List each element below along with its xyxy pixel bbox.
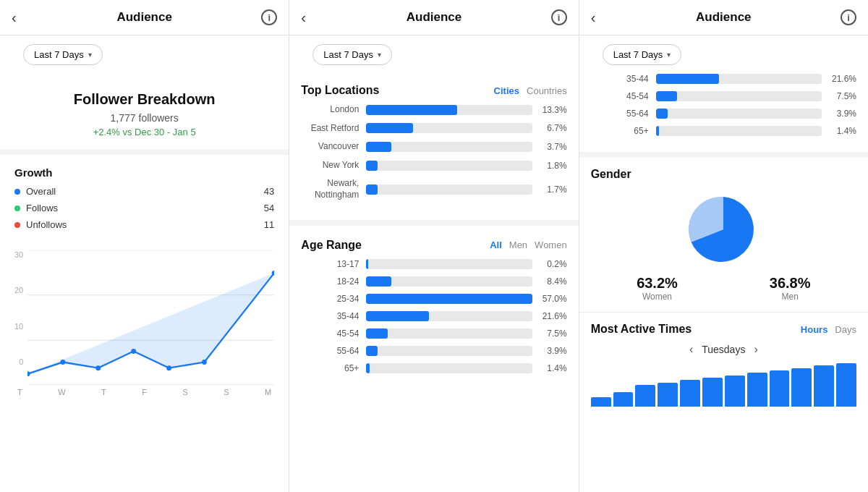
bar-fill xyxy=(366,259,367,269)
bar-track xyxy=(366,328,532,339)
age-tabs: All Men Women xyxy=(490,239,566,250)
hours-bar-chart xyxy=(591,363,856,407)
follower-change: +2.4% vs Dec 30 - Jan 5 xyxy=(14,127,274,137)
tab-women[interactable]: Women xyxy=(535,239,567,250)
svg-point-8 xyxy=(132,349,137,354)
hour-bar xyxy=(747,373,767,407)
bar-label: 45-54 xyxy=(591,91,649,101)
women-pct: 63.2% xyxy=(637,275,678,292)
tab-hours[interactable]: Hours xyxy=(801,324,828,335)
tab-cities[interactable]: Cities xyxy=(494,85,519,96)
panel-3-title: Audience xyxy=(696,10,752,25)
gender-labels: 63.2% Women 36.8% Men xyxy=(591,275,856,302)
tab-countries[interactable]: Countries xyxy=(527,85,567,96)
info-icon-2[interactable]: i xyxy=(551,9,567,25)
bar-label: Vancouver xyxy=(301,141,359,153)
growth-value: 11 xyxy=(264,219,274,230)
panel-2-title: Audience xyxy=(407,10,462,25)
date-dropdown-2[interactable]: Last 7 Days ▾ xyxy=(312,44,392,65)
men-label: Men xyxy=(770,292,811,302)
bar-track xyxy=(366,184,532,195)
bar-label: London xyxy=(301,104,359,116)
list-item: London 13.3% xyxy=(301,104,566,116)
tab-men[interactable]: Men xyxy=(509,239,527,250)
bar-fill xyxy=(656,74,719,84)
svg-point-9 xyxy=(166,365,171,370)
next-arrow[interactable]: › xyxy=(754,343,757,356)
bar-track xyxy=(366,142,532,152)
svg-point-7 xyxy=(96,365,101,370)
list-item: 35-44 21.6% xyxy=(591,74,856,84)
bar-label: 18-24 xyxy=(301,276,359,287)
hour-bar xyxy=(791,368,812,407)
age-bar-list-p3: 35-44 21.6% 45-54 7.5% 55-64 3.9% 65+ 1.… xyxy=(579,74,868,152)
bar-label: Newark,Nottingham xyxy=(301,178,359,200)
date-dropdown-1[interactable]: Last 7 Days ▾ xyxy=(23,44,103,65)
date-dropdown-3[interactable]: Last 7 Days ▾ xyxy=(603,44,682,65)
y-label-30: 30 xyxy=(14,250,23,259)
bar-pct: 7.5% xyxy=(827,91,856,101)
dropdown-label-2: Last 7 Days xyxy=(323,49,373,60)
tab-days[interactable]: Days xyxy=(835,324,856,335)
hour-bar xyxy=(658,383,678,407)
panel-2-header: ‹ Audience i xyxy=(289,0,578,35)
chart-section: 30 20 10 0 xyxy=(0,242,289,408)
chevron-down-icon-2: ▾ xyxy=(378,51,381,59)
bar-fill xyxy=(366,161,378,171)
bar-label: 55-64 xyxy=(591,109,649,119)
bar-pct: 6.7% xyxy=(538,123,567,133)
bar-pct: 57.0% xyxy=(538,294,567,304)
back-icon-3[interactable]: ‹ xyxy=(591,9,596,26)
bar-pct: 21.6% xyxy=(538,311,567,321)
bar-label: 45-54 xyxy=(301,328,359,339)
prev-arrow[interactable]: ‹ xyxy=(689,343,693,356)
hour-bar xyxy=(702,378,723,407)
list-item: Newark,Nottingham 1.7% xyxy=(301,178,566,200)
y-label-10: 10 xyxy=(14,322,23,331)
bar-pct: 0.2% xyxy=(538,259,567,269)
x-label-t1: T xyxy=(17,388,22,396)
growth-dot xyxy=(14,222,20,228)
pie-container: 63.2% Women 36.8% Men xyxy=(591,190,856,302)
info-icon-1[interactable]: i xyxy=(261,9,277,25)
svg-point-5 xyxy=(27,371,30,376)
panel-3-body: Last 7 Days ▾ 35-44 21.6% 45-54 7.5% 55-… xyxy=(579,35,868,492)
bar-pct: 3.9% xyxy=(538,346,567,356)
time-tabs: Hours Days xyxy=(801,324,856,335)
bar-label: 35-44 xyxy=(591,74,649,84)
info-icon-3[interactable]: i xyxy=(841,9,856,25)
bar-label: New York xyxy=(301,160,359,171)
bar-fill xyxy=(656,126,660,136)
bar-pct: 1.7% xyxy=(538,184,567,195)
bar-track xyxy=(656,126,822,136)
active-times-title: Most Active Times xyxy=(591,323,692,336)
follower-breakdown-title: Follower Breakdown xyxy=(14,91,274,108)
hour-bar xyxy=(770,370,790,407)
list-item: 18-24 8.4% xyxy=(301,276,566,287)
top-locations-header: Top Locations Cities Countries xyxy=(289,74,578,104)
bar-label: 13-17 xyxy=(301,259,359,269)
back-icon-1[interactable]: ‹ xyxy=(12,9,17,26)
list-item: 45-54 7.5% xyxy=(591,91,856,101)
tab-all[interactable]: All xyxy=(490,239,502,250)
women-label: Women xyxy=(637,292,678,302)
growth-row: Overall 43 xyxy=(14,186,274,197)
gender-men: 36.8% Men xyxy=(770,275,811,302)
bar-label: 65+ xyxy=(301,363,359,373)
growth-value: 43 xyxy=(264,186,274,197)
growth-row: Follows 54 xyxy=(14,203,274,213)
back-icon-2[interactable]: ‹ xyxy=(301,9,306,26)
top-locations-label: Top Locations xyxy=(301,84,379,97)
men-pct: 36.8% xyxy=(770,275,811,292)
bar-fill xyxy=(366,311,429,321)
hour-bar xyxy=(680,380,700,407)
y-label-20: 20 xyxy=(14,286,23,294)
bar-label: 25-34 xyxy=(301,294,359,304)
hour-bar xyxy=(814,365,834,407)
location-tabs: Cities Countries xyxy=(494,85,567,96)
active-times-section: Most Active Times Hours Days ‹ Tuesdays … xyxy=(579,312,868,414)
age-bar-list: 13-17 0.2% 18-24 8.4% 25-34 57.0% 35-44 … xyxy=(289,259,578,389)
bar-track xyxy=(366,259,532,269)
svg-point-10 xyxy=(202,360,207,365)
active-times-header: Most Active Times Hours Days xyxy=(591,323,856,336)
